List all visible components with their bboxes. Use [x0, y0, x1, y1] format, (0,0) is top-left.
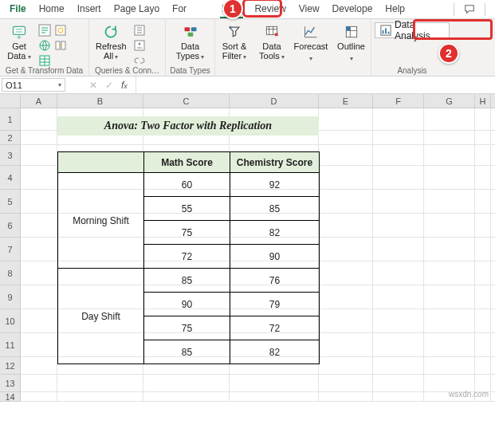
svg-rect-12	[191, 27, 196, 31]
cell: 75	[144, 316, 230, 340]
svg-rect-18	[383, 30, 384, 33]
cell: 92	[230, 173, 320, 197]
outline-label: Outline	[337, 41, 365, 64]
fx-icon[interactable]: fx	[121, 80, 128, 91]
data-types-icon	[183, 24, 198, 40]
tab-home[interactable]: Home	[33, 1, 71, 18]
svg-rect-11	[184, 27, 190, 31]
outline-icon	[344, 24, 359, 40]
watermark: wsxdn.com	[449, 390, 489, 399]
queries-icon[interactable]	[133, 24, 146, 37]
cell: 85	[144, 340, 230, 364]
annotation-callout-2: 2	[438, 43, 459, 64]
svg-rect-0	[14, 26, 26, 34]
cell: 85	[144, 269, 230, 293]
name-box[interactable]: O11 ▾	[2, 78, 65, 92]
column-headers: ABCDEFGH	[0, 94, 495, 108]
col-header-E[interactable]: E	[319, 94, 373, 108]
row-header-10[interactable]: 10	[0, 309, 21, 333]
data-types-button[interactable]: Data Types	[173, 21, 208, 64]
row-header-6[interactable]: 6	[0, 214, 21, 238]
row-header-3[interactable]: 3	[0, 145, 21, 166]
recent-sources-icon[interactable]	[54, 24, 67, 37]
get-data-button[interactable]: Get Data	[3, 21, 35, 64]
cell: 85	[230, 197, 320, 221]
refresh-icon	[103, 24, 119, 40]
table-header-chem: Chemistry Score	[230, 152, 320, 173]
tab-file[interactable]: File	[3, 1, 33, 18]
worksheet[interactable]: ABCDEFGH 1234567891011121314 Anova: Two …	[0, 94, 495, 402]
cell: 82	[230, 340, 320, 364]
row-header-14[interactable]: 14	[0, 392, 21, 402]
cells-area[interactable]: Anova: Two Factor with Replication Math …	[21, 108, 495, 402]
cell: 72	[230, 316, 320, 340]
data-analysis-icon	[380, 25, 391, 36]
col-header-F[interactable]: F	[373, 94, 424, 108]
cell: 79	[230, 293, 320, 316]
cell: 90	[230, 245, 320, 269]
svg-rect-9	[135, 41, 144, 50]
svg-rect-13	[187, 33, 193, 37]
sort-filter-button[interactable]: Sort & Filter	[218, 21, 250, 64]
properties-icon[interactable]	[133, 39, 146, 52]
existing-connections-icon[interactable]	[54, 39, 67, 52]
row-header-12[interactable]: 12	[0, 357, 21, 375]
row-header-13[interactable]: 13	[0, 375, 21, 392]
row-header-1[interactable]: 1	[0, 108, 21, 131]
from-web-icon[interactable]	[38, 39, 51, 52]
data-tools-icon	[264, 24, 280, 40]
cell: 75	[144, 221, 230, 245]
row-header-9[interactable]: 9	[0, 285, 21, 309]
col-header-B[interactable]: B	[57, 94, 143, 108]
data-tools-label: Data Tools	[259, 41, 285, 62]
col-header-D[interactable]: D	[230, 94, 319, 108]
enter-formula-icon: ✓	[105, 80, 113, 91]
cell: 72	[144, 245, 230, 269]
col-header-A[interactable]: A	[21, 94, 57, 108]
col-header-G[interactable]: G	[424, 94, 475, 108]
row-header-7[interactable]: 7	[0, 238, 21, 261]
row-headers: 1234567891011121314	[0, 108, 21, 402]
data-table: Math Score Chemistry Score Morning Shift…	[57, 151, 320, 364]
svg-rect-16	[346, 26, 350, 30]
row-header-5[interactable]: 5	[0, 190, 21, 214]
svg-point-10	[138, 43, 140, 45]
tab-insert[interactable]: Insert	[71, 1, 108, 18]
group-queries: Queries & Conn…	[92, 65, 162, 75]
comments-icon[interactable]	[459, 2, 480, 17]
row-header-11[interactable]: 11	[0, 333, 21, 357]
col-header-H[interactable]: H	[475, 94, 491, 108]
tab-developer[interactable]: Develope	[326, 1, 379, 18]
group-day: Day Shift	[58, 269, 144, 364]
name-box-value: O11	[6, 81, 22, 90]
group-get-transform: Get & Transform Data	[3, 65, 85, 75]
group-data-types: Data Types	[169, 65, 211, 75]
tab-page-layout[interactable]: Page Layo	[108, 1, 166, 18]
row-header-2[interactable]: 2	[0, 131, 21, 145]
chevron-down-icon[interactable]: ▾	[58, 81, 61, 88]
from-text-icon[interactable]	[38, 24, 51, 37]
data-analysis-button[interactable]: Data Analysis	[375, 22, 450, 38]
tab-review[interactable]: Review	[248, 1, 292, 18]
formula-input[interactable]	[136, 77, 495, 93]
tab-help[interactable]: Help	[379, 1, 411, 18]
forecast-label: Forecast	[294, 41, 328, 64]
forecast-icon	[303, 24, 319, 40]
svg-rect-6	[56, 41, 60, 49]
row-header-4[interactable]: 4	[0, 166, 21, 190]
select-all-corner[interactable]	[0, 94, 21, 108]
cell: 55	[144, 197, 230, 221]
col-header-C[interactable]: C	[143, 94, 230, 108]
title-text: Anova: Two Factor with Replication	[57, 116, 319, 136]
refresh-all-button[interactable]: Refresh All	[92, 21, 130, 64]
tab-view[interactable]: View	[293, 1, 326, 18]
data-tools-button[interactable]: Data Tools	[256, 21, 288, 64]
row-header-8[interactable]: 8	[0, 261, 21, 285]
svg-rect-7	[61, 41, 65, 49]
data-analysis-label: Data Analysis	[395, 19, 444, 41]
forecast-button[interactable]: Forecast	[293, 21, 328, 65]
outline-button[interactable]: Outline	[335, 21, 367, 65]
cell: 82	[230, 221, 320, 245]
tab-formulas[interactable]: For	[166, 1, 193, 18]
table-header-blank	[58, 152, 144, 173]
